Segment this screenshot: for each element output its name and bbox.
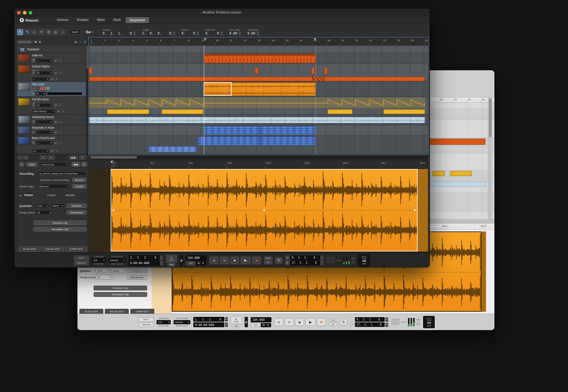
- spinner-up-icon[interactable]: ▴: [257, 31, 259, 33]
- track-header-glist[interactable]: ▸Glistening HouseMS—▾M✕: [17, 115, 86, 125]
- track-list-scrollbar-thumb[interactable]: [86, 46, 88, 69]
- lane-delete-button[interactable]: ✕: [58, 71, 62, 75]
- stop-button[interactable]: ■: [230, 257, 239, 264]
- play-button[interactable]: ▶: [305, 318, 316, 326]
- tempo-fader-thumb[interactable]: [180, 260, 182, 262]
- randomize-button[interactable]: Randomize: [66, 210, 86, 215]
- clip-bass[interactable]: [148, 146, 197, 152]
- track-header-expander[interactable]: ▸Expander X KeysMS—▾M✕: [17, 125, 86, 135]
- clip-indie[interactable]: [204, 54, 316, 63]
- collapse-icon[interactable]: ▸: [17, 115, 18, 117]
- input-select[interactable]: IN▾: [35, 92, 46, 96]
- lane-mute-button[interactable]: M: [50, 77, 54, 81]
- edit-tab-vocal-edit[interactable]: VOCAL EDIT: [42, 246, 64, 252]
- clip-fat80s[interactable]: [107, 109, 149, 114]
- rewind-button[interactable]: «: [274, 318, 283, 326]
- quantize-value-select[interactable]: 1/16▾: [96, 269, 110, 273]
- clip-outrun[interactable]: [311, 67, 315, 74]
- speaker-tool[interactable]: ♪: [60, 29, 66, 35]
- alt-button[interactable]: ALT: [329, 322, 337, 326]
- edit-zoom-selection-button[interactable]: ◀z▶: [72, 162, 80, 167]
- quantize-strength-select[interactable]: 100%▾: [50, 203, 65, 208]
- record-button[interactable]: ●: [252, 257, 261, 264]
- play-button[interactable]: ▶: [240, 257, 251, 264]
- arrow-tool[interactable]: ↖: [17, 29, 23, 35]
- lane-target-select[interactable]: —▾: [36, 130, 53, 134]
- recording-name-field[interactable]: ny_drm124_steady_top.rx2 (Imported): [37, 171, 86, 176]
- quantize-strength-select[interactable]: 100%▾: [111, 269, 125, 273]
- nav-tab-rack[interactable]: Rack: [110, 17, 124, 23]
- clip-bass[interactable]: [198, 136, 260, 145]
- mute-button[interactable]: M: [32, 86, 36, 90]
- alt-button[interactable]: ALT: [264, 261, 272, 264]
- zoom-to-selection-button[interactable]: ◀z▶: [69, 155, 78, 160]
- tempo-display[interactable]: 104.000: [186, 255, 207, 260]
- clip-bass[interactable]: [260, 136, 316, 145]
- lane-arm-icon[interactable]: [32, 142, 35, 144]
- loop-right-display[interactable]: 17. 2. 1. 0: [355, 322, 385, 327]
- lane-delete-button[interactable]: ✕: [58, 141, 62, 145]
- automation-icon[interactable]: ~: [80, 40, 82, 44]
- edit-follow-button[interactable]: F: [81, 162, 87, 167]
- mute-all-label[interactable]: M: [35, 40, 37, 44]
- clip-outrun[interactable]: [89, 77, 313, 81]
- normalize-clip-button[interactable]: Normalize Clip: [94, 292, 147, 297]
- spinner-down-icon[interactable]: ▾: [385, 320, 388, 322]
- back-clip-yellow[interactable]: [432, 171, 445, 176]
- time-signature-display[interactable]: 4/ 4: [261, 323, 271, 327]
- clip-fat80s[interactable]: [383, 109, 425, 114]
- close-edit-panel-button[interactable]: ✕: [19, 162, 24, 167]
- bounce-button[interactable]: Bounce: [72, 178, 86, 182]
- stretch-type-select[interactable]: Allround▾: [37, 184, 70, 189]
- track-header-outrun[interactable]: ▸Outrun NightsMSA2▾M✕—▾M✕: [17, 64, 86, 82]
- loop-left-button[interactable]: L: [285, 256, 289, 260]
- quantize-value-select[interactable]: 1/16▾: [36, 203, 49, 208]
- clip-outrun[interactable]: [324, 77, 425, 81]
- grid-options-icon[interactable]: #: [84, 40, 86, 44]
- nav-tab-devices[interactable]: Devices: [54, 17, 72, 23]
- track-header-bass[interactable]: ▸Bass-Chord-LeadMS—▾M✕A1▾M✕: [17, 136, 86, 154]
- spinner-up-icon[interactable]: ▴: [160, 256, 163, 258]
- tempo-fader[interactable]: [245, 317, 248, 327]
- lane-arm-icon[interactable]: [32, 121, 35, 123]
- lane-delete-button[interactable]: ✕: [58, 103, 62, 107]
- clip-fat80s[interactable]: [328, 109, 353, 114]
- track-header-transport[interactable]: ▸Transport: [17, 46, 86, 53]
- spinner-up-icon[interactable]: ▴: [225, 323, 228, 325]
- clip-stretch-handle[interactable]: ◆: [263, 208, 265, 211]
- reverse-clip-button[interactable]: Reverse Clip: [94, 286, 147, 290]
- tap-tempo-button[interactable]: TAP: [186, 261, 195, 265]
- spinner-down-icon[interactable]: ▾: [320, 263, 323, 265]
- loop-left-display[interactable]: 9. 2. 1. 0: [290, 256, 320, 260]
- bar-ruler[interactable]: 1234567891011121314151617181920212223242…: [89, 38, 428, 45]
- back-clip-yellow[interactable]: [450, 171, 472, 176]
- collapse-icon[interactable]: ▸: [17, 54, 18, 56]
- clip-fat80s[interactable]: [162, 109, 204, 114]
- spinner-up-icon[interactable]: ▴: [320, 261, 323, 263]
- spinner-down-icon[interactable]: ▾: [133, 34, 136, 35]
- pointer-handle-icon[interactable]: ▷: [48, 155, 55, 160]
- lane-target-select[interactable]: A2▾: [36, 71, 53, 75]
- edit-grid-select[interactable]: Grid (1/16)▾: [40, 162, 70, 167]
- click-button[interactable]: ΔCLICK: [166, 255, 177, 262]
- clip-outrun[interactable]: [324, 67, 328, 74]
- lane-mute-button[interactable]: M: [57, 110, 60, 113]
- loop-end-marker[interactable]: [314, 38, 316, 41]
- spinner-down-icon[interactable]: ▾: [160, 263, 163, 265]
- lane-delete-button[interactable]: ✕: [55, 149, 58, 153]
- zoom-in-button[interactable]: +: [24, 155, 28, 160]
- quantize-amount-select[interactable]: 1/16▾: [92, 258, 106, 262]
- song-position-display[interactable]: 1. 1. 1. 0: [193, 317, 224, 322]
- disable-stretch-button[interactable]: Disable: [72, 184, 86, 189]
- dub-button[interactable]: DUB: [329, 318, 337, 322]
- loop-right-button[interactable]: R: [285, 261, 289, 265]
- loop-toggle-button[interactable]: ↻: [275, 257, 282, 264]
- range-ticks-field[interactable]: 16▴▾: [96, 275, 114, 279]
- spinner-down-icon[interactable]: ▾: [160, 258, 163, 260]
- track-header-indie[interactable]: ▸Indie KitMS—▾M✕: [17, 53, 86, 64]
- normalize-clip-button[interactable]: Normalize Clip: [34, 227, 86, 231]
- spinner-down-icon[interactable]: ▾: [320, 258, 323, 260]
- snap-toggle[interactable]: SNAP: [69, 30, 81, 34]
- groove-button[interactable]: GROOVE: [139, 322, 154, 327]
- lane-mute-button[interactable]: M: [50, 149, 54, 153]
